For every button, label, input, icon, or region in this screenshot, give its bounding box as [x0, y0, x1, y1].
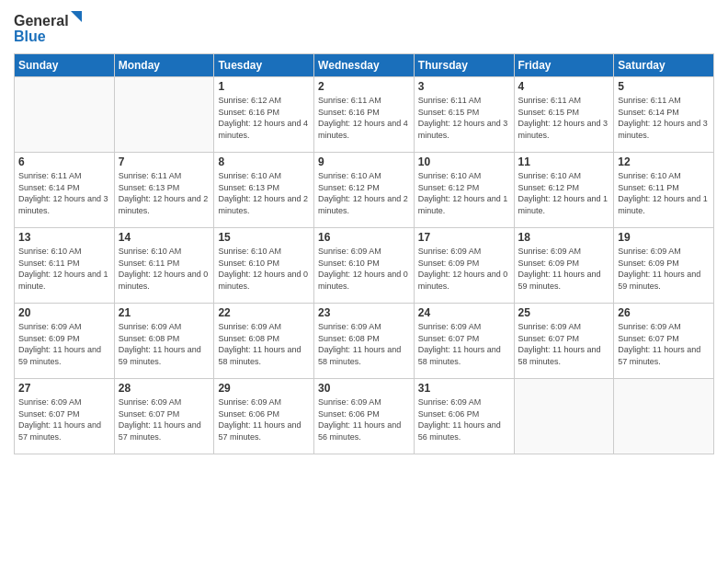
calendar-cell: 27Sunrise: 6:09 AM Sunset: 6:07 PM Dayli…	[15, 379, 115, 454]
day-info: Sunrise: 6:11 AM Sunset: 6:16 PM Dayligh…	[318, 95, 410, 141]
calendar-cell: 3Sunrise: 6:11 AM Sunset: 6:15 PM Daylig…	[414, 77, 514, 153]
day-number: 13	[18, 231, 110, 244]
day-info: Sunrise: 6:10 AM Sunset: 6:13 PM Dayligh…	[218, 170, 310, 216]
calendar-week-5: 27Sunrise: 6:09 AM Sunset: 6:07 PM Dayli…	[15, 379, 714, 454]
day-number: 8	[218, 155, 310, 168]
day-info: Sunrise: 6:10 AM Sunset: 6:11 PM Dayligh…	[18, 246, 110, 292]
calendar-cell	[614, 379, 714, 454]
logo-svg: GeneralBlue	[14, 9, 87, 46]
calendar-cell: 19Sunrise: 6:09 AM Sunset: 6:09 PM Dayli…	[614, 228, 714, 304]
weekday-header-saturday: Saturday	[614, 54, 714, 77]
weekday-header-friday: Friday	[514, 54, 614, 77]
day-number: 1	[218, 80, 310, 93]
day-info: Sunrise: 6:09 AM Sunset: 6:06 PM Dayligh…	[418, 396, 510, 442]
day-info: Sunrise: 6:11 AM Sunset: 6:13 PM Dayligh…	[119, 170, 210, 216]
day-info: Sunrise: 6:09 AM Sunset: 6:08 PM Dayligh…	[218, 321, 310, 367]
weekday-header-wednesday: Wednesday	[314, 54, 415, 77]
calendar-cell: 23Sunrise: 6:09 AM Sunset: 6:08 PM Dayli…	[314, 304, 415, 379]
calendar-cell: 8Sunrise: 6:10 AM Sunset: 6:13 PM Daylig…	[214, 153, 314, 228]
calendar-cell: 20Sunrise: 6:09 AM Sunset: 6:09 PM Dayli…	[15, 304, 115, 379]
day-number: 10	[418, 155, 510, 168]
weekday-header-thursday: Thursday	[414, 54, 514, 77]
day-info: Sunrise: 6:11 AM Sunset: 6:14 PM Dayligh…	[18, 170, 110, 216]
calendar-cell: 31Sunrise: 6:09 AM Sunset: 6:06 PM Dayli…	[414, 379, 514, 454]
calendar-cell: 25Sunrise: 6:09 AM Sunset: 6:07 PM Dayli…	[514, 304, 614, 379]
calendar-table: SundayMondayTuesdayWednesdayThursdayFrid…	[14, 53, 714, 454]
day-number: 4	[518, 80, 610, 93]
calendar-cell: 2Sunrise: 6:11 AM Sunset: 6:16 PM Daylig…	[314, 77, 415, 153]
day-number: 14	[119, 231, 210, 244]
day-number: 25	[518, 306, 610, 319]
day-number: 9	[318, 155, 410, 168]
calendar-cell: 6Sunrise: 6:11 AM Sunset: 6:14 PM Daylig…	[15, 153, 115, 228]
calendar-cell: 28Sunrise: 6:09 AM Sunset: 6:07 PM Dayli…	[114, 379, 214, 454]
day-info: Sunrise: 6:11 AM Sunset: 6:15 PM Dayligh…	[518, 95, 610, 141]
day-number: 24	[418, 306, 510, 319]
day-info: Sunrise: 6:10 AM Sunset: 6:12 PM Dayligh…	[518, 170, 610, 216]
calendar-cell: 16Sunrise: 6:09 AM Sunset: 6:10 PM Dayli…	[314, 228, 415, 304]
day-number: 23	[318, 306, 410, 319]
day-info: Sunrise: 6:09 AM Sunset: 6:08 PM Dayligh…	[119, 321, 210, 367]
day-info: Sunrise: 6:10 AM Sunset: 6:11 PM Dayligh…	[618, 170, 710, 216]
calendar-cell: 11Sunrise: 6:10 AM Sunset: 6:12 PM Dayli…	[514, 153, 614, 228]
day-number: 16	[318, 231, 410, 244]
day-info: Sunrise: 6:09 AM Sunset: 6:07 PM Dayligh…	[418, 321, 510, 367]
calendar-week-3: 13Sunrise: 6:10 AM Sunset: 6:11 PM Dayli…	[15, 228, 714, 304]
calendar-cell: 29Sunrise: 6:09 AM Sunset: 6:06 PM Dayli…	[214, 379, 314, 454]
day-number: 26	[618, 306, 710, 319]
svg-text:General: General	[14, 13, 69, 29]
day-info: Sunrise: 6:09 AM Sunset: 6:07 PM Dayligh…	[119, 396, 210, 442]
calendar-cell: 15Sunrise: 6:10 AM Sunset: 6:10 PM Dayli…	[214, 228, 314, 304]
svg-marker-2	[71, 11, 82, 22]
day-number: 22	[218, 306, 310, 319]
day-info: Sunrise: 6:10 AM Sunset: 6:10 PM Dayligh…	[218, 246, 310, 292]
calendar-cell: 24Sunrise: 6:09 AM Sunset: 6:07 PM Dayli…	[414, 304, 514, 379]
calendar-header-row: SundayMondayTuesdayWednesdayThursdayFrid…	[15, 54, 714, 77]
calendar-cell: 22Sunrise: 6:09 AM Sunset: 6:08 PM Dayli…	[214, 304, 314, 379]
day-number: 12	[618, 155, 710, 168]
calendar-cell: 10Sunrise: 6:10 AM Sunset: 6:12 PM Dayli…	[414, 153, 514, 228]
day-number: 5	[618, 80, 710, 93]
header: GeneralBlue	[14, 9, 714, 46]
calendar-cell: 12Sunrise: 6:10 AM Sunset: 6:11 PM Dayli…	[614, 153, 714, 228]
day-number: 27	[18, 382, 110, 395]
calendar-cell: 26Sunrise: 6:09 AM Sunset: 6:07 PM Dayli…	[614, 304, 714, 379]
calendar-cell: 21Sunrise: 6:09 AM Sunset: 6:08 PM Dayli…	[114, 304, 214, 379]
svg-text:Blue: Blue	[14, 29, 46, 44]
calendar-cell	[15, 77, 115, 153]
calendar-cell	[514, 379, 614, 454]
weekday-header-tuesday: Tuesday	[214, 54, 314, 77]
day-info: Sunrise: 6:09 AM Sunset: 6:09 PM Dayligh…	[418, 246, 510, 292]
day-number: 20	[18, 306, 110, 319]
day-number: 28	[119, 382, 210, 395]
day-info: Sunrise: 6:11 AM Sunset: 6:14 PM Dayligh…	[618, 95, 710, 141]
logo: GeneralBlue	[14, 9, 87, 46]
day-info: Sunrise: 6:10 AM Sunset: 6:12 PM Dayligh…	[418, 170, 510, 216]
day-info: Sunrise: 6:09 AM Sunset: 6:07 PM Dayligh…	[518, 321, 610, 367]
day-number: 21	[119, 306, 210, 319]
calendar-cell: 5Sunrise: 6:11 AM Sunset: 6:14 PM Daylig…	[614, 77, 714, 153]
day-info: Sunrise: 6:10 AM Sunset: 6:11 PM Dayligh…	[119, 246, 210, 292]
day-info: Sunrise: 6:09 AM Sunset: 6:06 PM Dayligh…	[318, 396, 410, 442]
page-container: GeneralBlue SundayMondayTuesdayWednesday…	[0, 0, 728, 563]
day-info: Sunrise: 6:09 AM Sunset: 6:08 PM Dayligh…	[318, 321, 410, 367]
day-info: Sunrise: 6:09 AM Sunset: 6:07 PM Dayligh…	[618, 321, 710, 367]
day-number: 11	[518, 155, 610, 168]
day-info: Sunrise: 6:09 AM Sunset: 6:09 PM Dayligh…	[518, 246, 610, 292]
calendar-cell: 18Sunrise: 6:09 AM Sunset: 6:09 PM Dayli…	[514, 228, 614, 304]
calendar-cell: 30Sunrise: 6:09 AM Sunset: 6:06 PM Dayli…	[314, 379, 415, 454]
calendar-week-1: 1Sunrise: 6:12 AM Sunset: 6:16 PM Daylig…	[15, 77, 714, 153]
day-number: 6	[18, 155, 110, 168]
day-number: 3	[418, 80, 510, 93]
day-info: Sunrise: 6:12 AM Sunset: 6:16 PM Dayligh…	[218, 95, 310, 141]
calendar-week-4: 20Sunrise: 6:09 AM Sunset: 6:09 PM Dayli…	[15, 304, 714, 379]
day-info: Sunrise: 6:09 AM Sunset: 6:09 PM Dayligh…	[618, 246, 710, 292]
calendar-cell: 9Sunrise: 6:10 AM Sunset: 6:12 PM Daylig…	[314, 153, 415, 228]
day-info: Sunrise: 6:09 AM Sunset: 6:07 PM Dayligh…	[18, 396, 110, 442]
day-number: 29	[218, 382, 310, 395]
day-number: 19	[618, 231, 710, 244]
day-info: Sunrise: 6:11 AM Sunset: 6:15 PM Dayligh…	[418, 95, 510, 141]
calendar-cell: 7Sunrise: 6:11 AM Sunset: 6:13 PM Daylig…	[114, 153, 214, 228]
day-number: 2	[318, 80, 410, 93]
day-info: Sunrise: 6:09 AM Sunset: 6:06 PM Dayligh…	[218, 396, 310, 442]
